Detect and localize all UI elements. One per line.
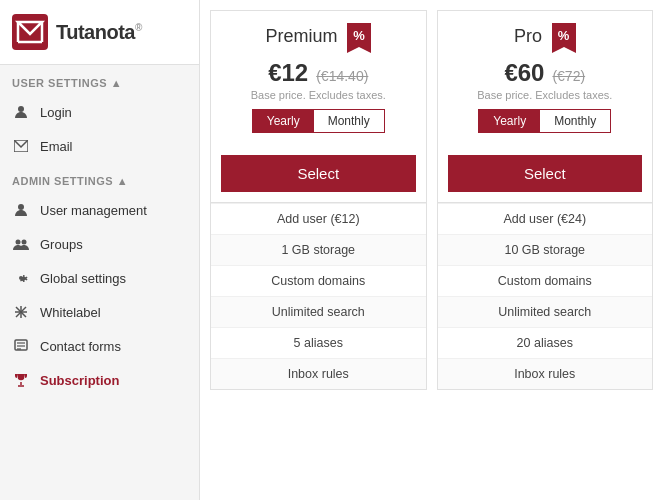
contact-forms-icon bbox=[12, 337, 30, 355]
pro-feature-1: 10 GB storage bbox=[438, 234, 653, 265]
premium-plan-card: Premium % €12 (€14.40) Base price. Exclu… bbox=[210, 10, 427, 390]
premium-price-row: €12 (€14.40) bbox=[221, 59, 416, 87]
tutanota-logo-icon bbox=[12, 14, 48, 50]
pro-feature-5: Inbox rules bbox=[438, 358, 653, 389]
premium-monthly-toggle[interactable]: Monthly bbox=[314, 110, 384, 132]
pro-billing-toggle: Yearly Monthly bbox=[478, 109, 611, 133]
envelope-icon bbox=[12, 137, 30, 155]
pro-plan-card: Pro % €60 (€72) Base price. Excludes tax… bbox=[437, 10, 654, 390]
logo-registered: ® bbox=[135, 22, 142, 33]
pro-price-amount: €60 bbox=[504, 59, 544, 87]
sidebar-item-label: User management bbox=[40, 203, 147, 218]
pro-feature-0: Add user (€24) bbox=[438, 203, 653, 234]
logo-area: Tutanota® bbox=[0, 0, 199, 65]
premium-plan-name: Premium bbox=[265, 26, 337, 46]
pro-price-original: (€72) bbox=[552, 68, 585, 84]
svg-point-9 bbox=[22, 240, 27, 245]
svg-point-5 bbox=[18, 106, 24, 112]
sidebar-item-email[interactable]: Email bbox=[0, 129, 199, 163]
admin-settings-section: ADMIN SETTINGS ▲ bbox=[0, 163, 199, 193]
premium-discount-badge: % bbox=[347, 23, 371, 47]
svg-point-7 bbox=[18, 204, 24, 210]
pro-price-note: Base price. Excludes taxes. bbox=[448, 89, 643, 101]
pro-yearly-toggle[interactable]: Yearly bbox=[479, 110, 540, 132]
premium-billing-toggle: Yearly Monthly bbox=[252, 109, 385, 133]
gear-icon bbox=[12, 269, 30, 287]
sidebar-item-label: Subscription bbox=[40, 373, 119, 388]
whitelabel-icon bbox=[12, 303, 30, 321]
premium-price-amount: €12 bbox=[268, 59, 308, 87]
pro-price-row: €60 (€72) bbox=[448, 59, 643, 87]
premium-feature-1: 1 GB storage bbox=[211, 234, 426, 265]
sidebar-item-groups[interactable]: Groups bbox=[0, 227, 199, 261]
pro-select-button[interactable]: Select bbox=[448, 155, 643, 192]
premium-feature-3: Unlimited search bbox=[211, 296, 426, 327]
trophy-icon bbox=[12, 371, 30, 389]
sidebar-item-contact-forms[interactable]: Contact forms bbox=[0, 329, 199, 363]
svg-point-8 bbox=[16, 240, 21, 245]
premium-plan-header: Premium % €12 (€14.40) Base price. Exclu… bbox=[211, 11, 426, 151]
pro-plan-name: Pro bbox=[514, 26, 542, 46]
pro-feature-3: Unlimited search bbox=[438, 296, 653, 327]
sidebar-item-label: Email bbox=[40, 139, 73, 154]
premium-feature-4: 5 aliases bbox=[211, 327, 426, 358]
premium-select-button[interactable]: Select bbox=[221, 155, 416, 192]
premium-price-note: Base price. Excludes taxes. bbox=[221, 89, 416, 101]
sidebar-item-subscription[interactable]: Subscription bbox=[0, 363, 199, 397]
pro-monthly-toggle[interactable]: Monthly bbox=[540, 110, 610, 132]
premium-feature-2: Custom domains bbox=[211, 265, 426, 296]
premium-yearly-toggle[interactable]: Yearly bbox=[253, 110, 314, 132]
premium-feature-0: Add user (€12) bbox=[211, 203, 426, 234]
sidebar-item-global-settings[interactable]: Global settings bbox=[0, 261, 199, 295]
premium-feature-5: Inbox rules bbox=[211, 358, 426, 389]
sidebar-item-login[interactable]: Login bbox=[0, 95, 199, 129]
sidebar-item-label: Groups bbox=[40, 237, 83, 252]
sidebar-item-label: Login bbox=[40, 105, 72, 120]
user-settings-section: USER SETTINGS ▲ bbox=[0, 65, 199, 95]
premium-price-original: (€14.40) bbox=[316, 68, 368, 84]
pro-feature-4: 20 aliases bbox=[438, 327, 653, 358]
logo-text: Tutanota® bbox=[56, 21, 142, 44]
pro-discount-badge: % bbox=[552, 23, 576, 47]
sidebar-item-user-management[interactable]: User management bbox=[0, 193, 199, 227]
pro-feature-2: Custom domains bbox=[438, 265, 653, 296]
sidebar-item-label: Global settings bbox=[40, 271, 126, 286]
sidebar-item-label: Whitelabel bbox=[40, 305, 101, 320]
sidebar: Tutanota® USER SETTINGS ▲ Login Email AD… bbox=[0, 0, 200, 500]
main-content: Premium % €12 (€14.40) Base price. Exclu… bbox=[200, 0, 663, 500]
user-management-icon bbox=[12, 201, 30, 219]
sidebar-item-label: Contact forms bbox=[40, 339, 121, 354]
sidebar-item-whitelabel[interactable]: Whitelabel bbox=[0, 295, 199, 329]
pro-plan-header: Pro % €60 (€72) Base price. Excludes tax… bbox=[438, 11, 653, 151]
person-icon bbox=[12, 103, 30, 121]
groups-icon bbox=[12, 235, 30, 253]
